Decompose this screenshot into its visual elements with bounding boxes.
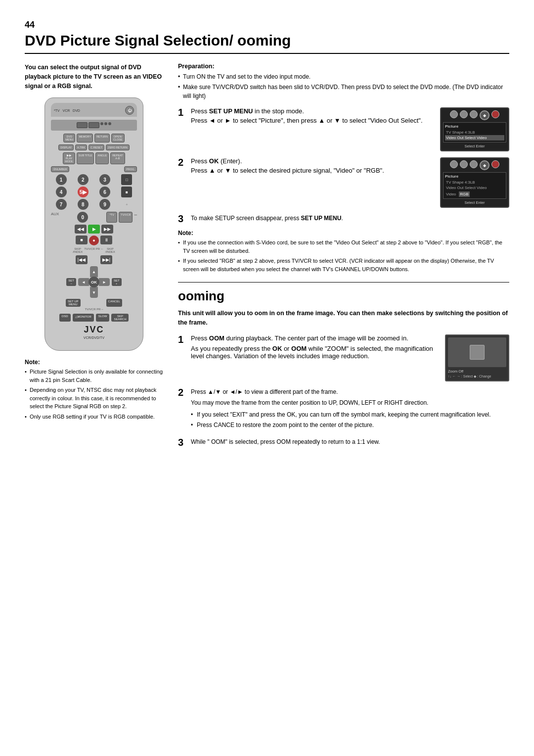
screen-menu-item-1a: TV Shape 4:3LB: [445, 130, 504, 135]
step-1-content: 1 Press SET UP MENU in the stop mode. Pr…: [178, 107, 509, 151]
tvvcr-btn[interactable]: TV/VCR: [119, 212, 133, 223]
screen-icon-2: [460, 110, 468, 118]
setup-menu-btn[interactable]: SET UPMENU: [66, 299, 81, 307]
btn-7[interactable]: 7: [56, 199, 67, 210]
remote-control: *TV VCR DVD ⏻: [44, 97, 143, 351]
slow-btn[interactable]: SLOW: [96, 314, 110, 322]
angle-btn[interactable]: ANGLE: [95, 152, 109, 164]
dvdmenu-btn[interactable]: DVDMENU: [63, 134, 75, 142]
btn-3[interactable]: 3: [99, 174, 110, 185]
monitor-btn[interactable]: △MONITOR: [73, 314, 94, 322]
repeat-btn[interactable]: REPEATA-B: [110, 152, 125, 164]
screen-menu-title-2: Picture: [445, 174, 504, 179]
cancel-btn[interactable]: CANCEL: [106, 299, 122, 307]
subtitle-btn[interactable]: SUB TITLE: [77, 152, 94, 164]
zoom-step-1-num: 1: [178, 334, 186, 344]
rec-btn[interactable]: ●: [89, 236, 99, 245]
stop-btn[interactable]: ■: [76, 236, 88, 244]
screen-icons-2: ◆: [443, 160, 506, 170]
zoom-step-2-note-1: If you select "EXIT" and press the OK, y…: [191, 410, 509, 419]
step-2: 2 Press OK (Enter). Press ▲ or ▼ to sele…: [178, 157, 509, 208]
atrk-btn[interactable]: A.TRK: [75, 144, 87, 150]
right-note-item-1: If you use the connection with S-Video c…: [178, 238, 509, 255]
btn-8[interactable]: 8: [78, 199, 89, 210]
btn-1[interactable]: 1: [56, 174, 67, 185]
screen-icon-3: [470, 110, 478, 118]
dpad-down[interactable]: ▼: [90, 287, 98, 298]
left-note-item-2: Depending on your TV, NTSC disc may not …: [25, 386, 163, 411]
main-layout: You can select the output signal of DVD …: [25, 63, 509, 453]
btn-6[interactable]: 6: [99, 187, 110, 197]
display-btn[interactable]: DISPLAY: [58, 144, 74, 150]
dpad-left[interactable]: ◄: [78, 278, 89, 286]
zoom-step-1-text: Press OOM during playback. The center pa…: [191, 334, 440, 360]
rew-btn[interactable]: ◀◀: [75, 225, 87, 234]
screen-menu-2: Picture TV Shape 4:3LB Video Out Select …: [443, 172, 506, 199]
skip-row: SKIP/INDEX TV/VCR PR ← SKIP/INDEX: [51, 247, 137, 253]
pause-btn[interactable]: ⏸: [100, 236, 112, 244]
memory-btn[interactable]: MEMORY: [77, 134, 93, 142]
screen-menu-item-2b: Video Out Select Video: [445, 185, 504, 190]
remote-top: *TV VCR DVD ⏻: [51, 103, 137, 117]
screen-menu-item-2c: Video: [445, 191, 457, 197]
step-1-text-a: Press SET UP MENU in the stop mode.: [191, 107, 435, 115]
btn-2[interactable]: 2: [78, 174, 89, 185]
remote-btn-row-3: ▶▶PLAYMODE SUB TITLE ANGLE REPEATA-B: [51, 152, 137, 164]
osd-btn[interactable]: OSD: [59, 314, 71, 322]
screen-icon-1: [450, 110, 458, 118]
step-2-text: Press OK (Enter). Press ▲ or ▼ to select…: [191, 157, 435, 174]
dpad-right[interactable]: ►: [99, 278, 110, 286]
screen-icon-2e: [491, 160, 499, 168]
transport-row-1: ◀◀ ▶ ▶▶: [51, 225, 137, 234]
step-1-text-b: Press ◄ or ► to select "Picture", then p…: [191, 117, 435, 124]
btn-sq1[interactable]: □: [121, 174, 132, 185]
dpad-up[interactable]: ▲: [90, 266, 98, 277]
zeroreturn-btn[interactable]: ZERO RETURN: [106, 144, 130, 150]
prev-btn[interactable]: |◀◀: [76, 255, 88, 264]
btn-4[interactable]: 4: [56, 187, 67, 197]
step-1-text: Press SET UP MENU in the stop mode. Pres…: [191, 107, 435, 124]
prev-next-row: |◀◀ ▶▶|: [51, 255, 137, 264]
number-grid: 1 2 3 □ 4 5▶ 6 ■ 7 8 9 +: [51, 174, 137, 210]
return-btn[interactable]: RETURN: [94, 134, 110, 142]
zoom-step-3-num: 3: [178, 437, 186, 447]
creset-btn[interactable]: C.RESET: [89, 144, 104, 150]
left-note-title: Note:: [25, 359, 163, 366]
set-minus-btn[interactable]: SET–: [66, 278, 76, 286]
open-close-btn[interactable]: OPEN/CLOSE: [111, 134, 125, 142]
screen-menu-1: Picture TV Shape 4:3LB Video Out Select …: [443, 122, 506, 142]
zoom-step-2-text-b: You may move the frame from the center p…: [191, 398, 509, 407]
page-number: 44: [25, 20, 509, 30]
zoom-step-2-notes: If you select "EXIT" and press the OK, y…: [191, 410, 509, 429]
zoom-title: ooming: [178, 288, 509, 304]
ok-btn[interactable]: OK: [89, 277, 99, 287]
left-note-section: Note: Picture Signal Selection is only a…: [25, 359, 163, 421]
btn-5[interactable]: 5▶: [78, 187, 89, 197]
prog-btn[interactable]: PROG.: [124, 166, 137, 172]
vcr-label: VCR/DVD/TV: [51, 336, 137, 339]
tv-btn[interactable]: *TV: [106, 212, 117, 223]
playmode-btn[interactable]: ▶▶PLAYMODE: [63, 152, 75, 164]
step-3: 3 To make SETUP screen disappear, press …: [178, 214, 509, 224]
set-plus-btn[interactable]: SET+: [112, 278, 122, 286]
right-note-item-2: If you selected "RGB" at step 2 above, p…: [178, 257, 509, 273]
zoom-step-3-text: While " OOM" is selected, press OOM repe…: [191, 437, 509, 446]
btn-0[interactable]: 0: [77, 212, 88, 223]
btn-9[interactable]: 9: [99, 199, 110, 210]
search-btn[interactable]: SKPSEARCH: [111, 314, 129, 322]
zoom-step-1: 1 Press OOM during playback. The center …: [178, 334, 509, 381]
power-button[interactable]: ⏻: [125, 106, 134, 115]
play-btn[interactable]: ▶: [88, 225, 100, 234]
zoom-step-2: 2 Press ▲/▼ or ◄/► to view a different p…: [178, 387, 509, 431]
zoom-image-area: [448, 337, 506, 367]
zoom-step-2-note-2: Press CANCE to restore the zoom point to…: [191, 421, 509, 429]
left-note-item-1: Picture Signal Selection is only availab…: [25, 368, 163, 384]
btn-sq2[interactable]: ■: [121, 187, 132, 197]
right-note-section: Note: If you use the connection with S-V…: [178, 230, 509, 273]
zoom-intro: This unit will allow you to oom in on th…: [178, 309, 509, 328]
screen-icon-2b: [460, 160, 468, 168]
next-btn[interactable]: ▶▶|: [100, 255, 112, 264]
zoom-screen-1: Zoom Off ↑↓ ← → : Select ◆ : Change: [445, 334, 509, 381]
remote-screen: [51, 120, 137, 131]
ffw-btn[interactable]: ▶▶: [101, 225, 113, 234]
